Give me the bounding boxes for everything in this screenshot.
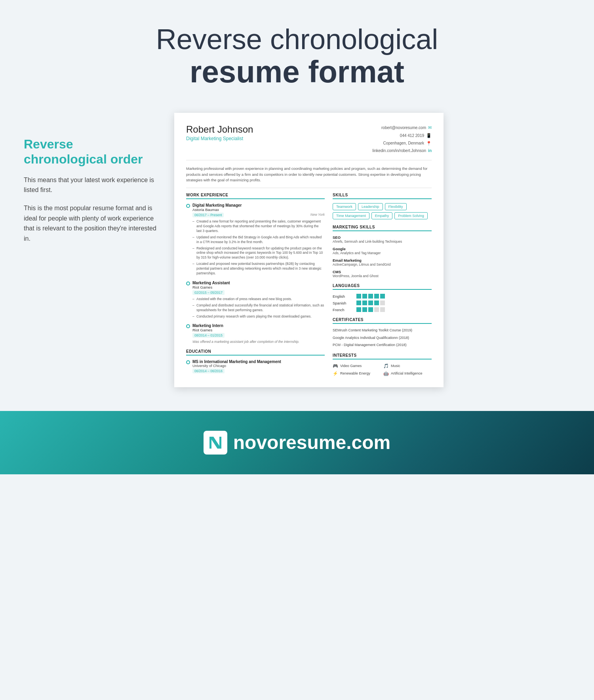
- skill-tag-problem-solving: Problem Solving: [394, 212, 428, 219]
- resume-summary: Marketing professional with proven exper…: [186, 166, 432, 188]
- skills-tags: Teamwork Leadership Flexibility Time Man…: [333, 203, 432, 219]
- interest-renewable-energy: ⚡ Renewable Energy: [333, 371, 381, 376]
- interests-grid: 🎮 Video Games 🎵 Music ⚡ Renewable Energy…: [333, 363, 432, 376]
- mktg-skill-desc-google: Ads, Analytics and Tag Manager: [333, 251, 432, 255]
- work-experience-title: WORK EXPERIENCE: [186, 193, 325, 199]
- contact-linkedin-text: linkedin.com/in/robert.Johnson: [372, 147, 426, 154]
- lang-bars-spanish: [356, 301, 385, 305]
- lang-bar: [374, 294, 379, 299]
- interest-ai: 🤖 Artificial Intelligence: [383, 371, 432, 376]
- job-meta-1: 06/2017 – Present New York: [192, 213, 325, 217]
- skill-tag-time-management: Time Management: [333, 212, 369, 219]
- mktg-skill-name-google: Google: [333, 247, 432, 251]
- interest-label-video-games: Video Games: [340, 364, 362, 368]
- edu-dot-1: [186, 360, 190, 364]
- lang-bar-empty: [374, 307, 379, 312]
- left-text-2: This is the most popular resume format a…: [24, 203, 158, 243]
- lang-bar: [374, 301, 379, 305]
- resume-contact: robert@novoresume.com ✉ 044 412 2019 📱 C…: [372, 124, 432, 154]
- job-dates-2: 02/2015 – 05/2017: [192, 290, 225, 295]
- job-bullet: Updated and monitored the Bid Strategy i…: [192, 235, 325, 245]
- contact-location: Copenhagen, Denmark 📍: [372, 140, 432, 148]
- resume-name: Robert Johnson: [186, 124, 253, 135]
- lang-bar: [362, 301, 367, 305]
- edu-entry-1: MS in International Marketing and Manage…: [186, 360, 325, 373]
- mktg-skill-cms: CMS WordPress, Joomla and Ghost: [333, 270, 432, 278]
- lang-bar: [380, 294, 385, 299]
- job-bullet: Redesigned and conducted keyword researc…: [192, 246, 325, 261]
- job-title-3: Marketing Intern: [192, 323, 325, 328]
- cert-entry-2: Google Analytics Individual Qualificatio…: [333, 335, 432, 340]
- edu-dates-1: 06/2014 – 06/2016: [192, 369, 225, 373]
- cert-entry-1: SEMrush Content Marketing Toolkit Course…: [333, 328, 432, 333]
- resume-card: Robert Johnson Digital Marketing Special…: [174, 113, 444, 387]
- lang-name-english: English: [333, 294, 352, 299]
- header-line1: Reverse chronological: [8, 24, 586, 55]
- lang-english: English: [333, 294, 432, 299]
- education-title: EDUCATION: [186, 349, 325, 356]
- job-company-1: Astoria Baumax: [192, 207, 325, 212]
- header-line2: resume format: [8, 55, 586, 89]
- job-bullets-1: Created a new format for reporting and p…: [192, 219, 325, 276]
- contact-linkedin: linkedin.com/in/robert.Johnson in: [372, 147, 432, 154]
- interest-video-games: 🎮 Video Games: [333, 363, 381, 369]
- job-intern-note: Was offered a marketing assistant job af…: [192, 340, 325, 344]
- page-footer: novoresume.com: [0, 411, 594, 474]
- job-location-1: New York: [310, 213, 325, 217]
- job-entry-2: Marketing Assistant Riot Games 02/2015 –…: [186, 281, 325, 319]
- lang-bar: [356, 294, 361, 299]
- contact-email: robert@novoresume.com ✉: [372, 124, 432, 132]
- job-meta-2: 02/2015 – 05/2017: [192, 290, 325, 295]
- main-content: Reverse chronological order This means t…: [0, 105, 594, 403]
- lang-bar: [368, 294, 373, 299]
- ai-icon: 🤖: [383, 371, 389, 376]
- email-icon: ✉: [428, 124, 432, 132]
- mktg-skill-desc-email: ActiveCampaign, Litmus and SendGrid: [333, 262, 432, 266]
- lang-bar: [368, 307, 373, 312]
- bracket-container: Reverse chronological order This means t…: [24, 137, 158, 243]
- languages-title: LANGUAGES: [333, 283, 432, 290]
- contact-location-text: Copenhagen, Denmark: [383, 140, 424, 147]
- skill-tag-empathy: Empathy: [371, 212, 393, 219]
- mktg-skill-desc-seo: Ahrefs, Semrush and Link-building Techni…: [333, 240, 432, 243]
- mktg-skill-name-seo: SEO: [333, 235, 432, 240]
- job-bullet: Conducted primary research with users pl…: [192, 314, 325, 319]
- skill-tag-flexibility: Flexibility: [385, 203, 407, 210]
- lang-bar: [356, 307, 361, 312]
- lang-name-french: French: [333, 308, 352, 312]
- phone-icon: 📱: [426, 132, 432, 140]
- lang-bar-empty: [380, 301, 385, 305]
- footer-logo-icon: [204, 431, 227, 455]
- job-title-2: Marketing Assistant: [192, 281, 325, 285]
- page-header: Reverse chronological resume format: [0, 0, 594, 105]
- footer-domain: novoresume.com: [233, 432, 390, 453]
- lang-bar: [356, 301, 361, 305]
- lang-spanish: Spanish: [333, 301, 432, 305]
- contact-phone: 044 412 2019 📱: [372, 132, 432, 140]
- left-column: Reverse chronological order This means t…: [24, 113, 158, 251]
- job-bullet: Created a new format for reporting and p…: [192, 219, 325, 234]
- edu-school-1: University of Chicago: [192, 364, 325, 368]
- cert-entry-3: PCM - Digital Management Certification (…: [333, 342, 432, 348]
- lang-bars-french: [356, 307, 385, 312]
- job-dot-2: [186, 282, 190, 285]
- job-company-3: Riot Games: [192, 328, 325, 332]
- left-text-1: This means that your latest work experie…: [24, 175, 158, 195]
- job-bullets-2: Assisted with the creation of press rele…: [192, 297, 325, 319]
- interest-label-music: Music: [391, 364, 400, 368]
- job-company-2: Riot Games: [192, 285, 325, 289]
- lang-name-spanish: Spanish: [333, 301, 352, 305]
- resume-right-col: SKILLS Teamwork Leadership Flexibility T…: [333, 193, 432, 376]
- lang-french: French: [333, 307, 432, 312]
- mktg-skill-desc-cms: WordPress, Joomla and Ghost: [333, 274, 432, 278]
- lang-bar-empty: [380, 307, 385, 312]
- resume-header: Robert Johnson Digital Marketing Special…: [186, 124, 432, 160]
- job-title-1: Digital Marketing Manager: [192, 203, 325, 207]
- interest-label-ai: Artificial Intelligence: [391, 371, 423, 375]
- mktg-skill-google: Google Ads, Analytics and Tag Manager: [333, 247, 432, 255]
- interests-title: INTERESTS: [333, 353, 432, 360]
- interest-music: 🎵 Music: [383, 363, 432, 369]
- interest-label-renewable-energy: Renewable Energy: [340, 371, 370, 375]
- job-dates-3: 08/2014 – 01/2015: [192, 333, 225, 338]
- resume-job-title: Digital Marketing Specialist: [186, 136, 253, 141]
